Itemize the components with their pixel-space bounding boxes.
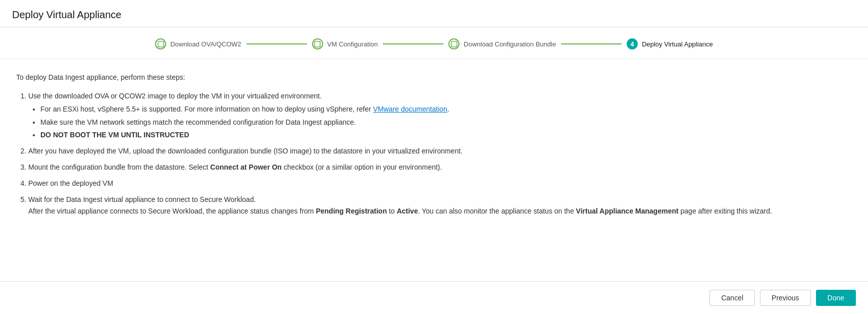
previous-button[interactable]: Previous — [760, 290, 810, 306]
step1-sub2: Make sure the VM network settings match … — [40, 117, 852, 129]
step-3-icon — [448, 38, 459, 49]
step1-sub1: For an ESXi host, vSphere 5.5+ is suppor… — [40, 103, 852, 116]
step-4-icon: 4 — [627, 38, 638, 49]
step-4: 4 Deploy Virtual Appliance — [627, 38, 713, 49]
step-connector-3 — [561, 43, 622, 44]
step-2-icon — [312, 38, 323, 49]
step1-sublist: For an ESXi host, vSphere 5.5+ is suppor… — [28, 103, 852, 141]
svg-rect-0 — [158, 41, 164, 47]
vmware-documentation-link[interactable]: VMware documentation — [373, 105, 447, 113]
dialog-title: Deploy Virtual Appliance — [0, 0, 868, 27]
instructions-list: Use the downloaded OVA or QCOW2 image to… — [16, 90, 852, 218]
intro-text: To deploy Data Ingest appliance, perform… — [16, 73, 852, 81]
instruction-step-4: Power on the deployed VM — [28, 178, 852, 190]
step-1-label: Download OVA/QCOW2 — [170, 40, 241, 48]
done-button[interactable]: Done — [816, 290, 856, 306]
step-2-label: VM Configuration — [327, 40, 378, 48]
svg-rect-1 — [315, 41, 320, 47]
step-1-icon — [155, 38, 166, 49]
instruction-step-3: Mount the configuration bundle from the … — [28, 162, 852, 174]
step-4-label: Deploy Virtual Appliance — [642, 40, 713, 48]
stepper: Download OVA/QCOW2 VM Configuration Down… — [0, 27, 868, 59]
cancel-button[interactable]: Cancel — [709, 290, 755, 306]
step-connector-2 — [383, 43, 443, 44]
step1-sub3: DO NOT BOOT THE VM UNTIL INSTRUCTED — [40, 129, 852, 141]
step-connector-1 — [246, 43, 307, 44]
instruction-step-2: After you have deployed the VM, upload t… — [28, 145, 852, 158]
svg-rect-2 — [451, 41, 457, 47]
dialog-footer: Cancel Previous Done — [0, 281, 868, 314]
step-1: Download OVA/QCOW2 — [155, 38, 241, 49]
instruction-step-1: Use the downloaded OVA or QCOW2 image to… — [28, 90, 852, 141]
step1-text: Use the downloaded OVA or QCOW2 image to… — [28, 92, 322, 100]
step-3: Download Configuration Bundle — [448, 38, 556, 49]
content-area: To deploy Data Ingest appliance, perform… — [0, 59, 868, 281]
step-3-label: Download Configuration Bundle — [464, 40, 556, 48]
step-2: VM Configuration — [312, 38, 378, 49]
instruction-step-5: Wait for the Data Ingest virtual applian… — [28, 194, 852, 218]
deploy-virtual-appliance-dialog: Deploy Virtual Appliance Download OVA/QC… — [0, 0, 868, 314]
